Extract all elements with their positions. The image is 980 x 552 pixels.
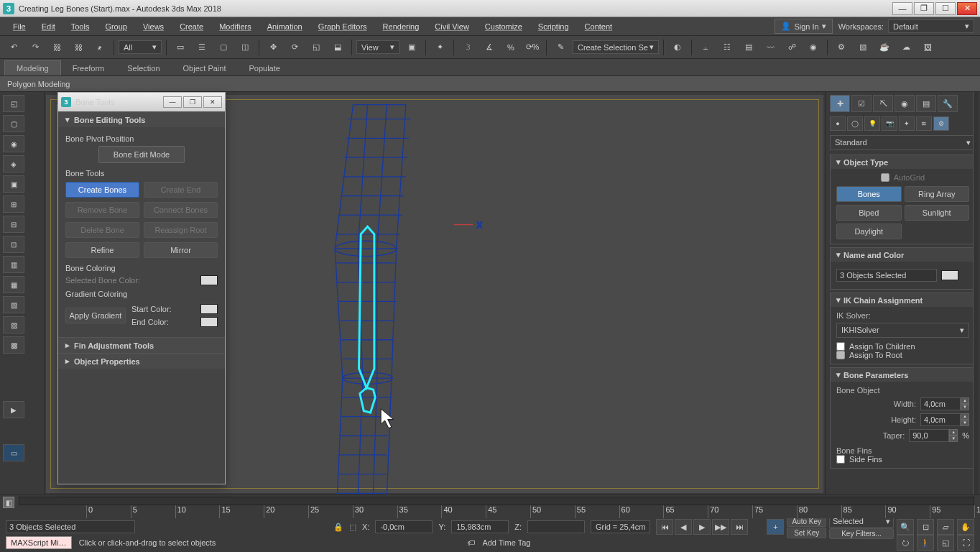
rail-tool-2[interactable]: ▢ bbox=[3, 115, 24, 132]
rail-tool-4[interactable]: ◈ bbox=[3, 155, 24, 172]
menu-views[interactable]: Views bbox=[136, 19, 171, 34]
select-move-button[interactable]: ✥ bbox=[264, 38, 282, 57]
panel-scrollbar[interactable] bbox=[973, 92, 979, 494]
percent-snap-button[interactable]: % bbox=[501, 38, 520, 57]
rail-tool-3[interactable]: ◉ bbox=[3, 135, 24, 152]
cp-sub-helpers[interactable]: ✦ bbox=[899, 116, 915, 131]
object-name-field[interactable] bbox=[836, 269, 937, 282]
cp-sub-cameras[interactable]: 📷 bbox=[882, 116, 897, 131]
cp-tab-utilities[interactable]: 🔧 bbox=[938, 95, 958, 112]
btn-bones[interactable]: Bones bbox=[836, 186, 902, 202]
nav-maximize-button[interactable]: ◱ bbox=[937, 535, 954, 551]
nav-orbit-button[interactable]: ⭮ bbox=[897, 535, 914, 551]
sign-in-button[interactable]: 👤 Sign In ▾ bbox=[775, 19, 832, 34]
render-online-button[interactable]: ☁ bbox=[897, 38, 915, 57]
cp-sub-systems[interactable]: ⚙ bbox=[933, 116, 949, 131]
menu-create[interactable]: Create bbox=[172, 19, 211, 34]
add-time-tag[interactable]: Add Time Tag bbox=[482, 538, 530, 547]
play-button[interactable]: ▶ bbox=[693, 519, 711, 535]
nav-walk-button[interactable]: 🚶 bbox=[917, 535, 934, 551]
set-key-button[interactable]: Set Key bbox=[787, 528, 826, 538]
menu-modifiers[interactable]: Modifiers bbox=[212, 19, 259, 34]
angle-snap-button[interactable]: ∡ bbox=[480, 38, 499, 57]
bind-button[interactable]: ҂ bbox=[91, 38, 109, 57]
cp-tab-create[interactable]: ✚ bbox=[830, 95, 850, 112]
rail-tool-13[interactable]: ▩ bbox=[3, 336, 24, 354]
btn-biped[interactable]: Biped bbox=[836, 205, 902, 221]
schematic-view-button[interactable]: ☍ bbox=[782, 38, 801, 57]
redo-button[interactable]: ↷ bbox=[26, 38, 45, 57]
reassign-root-button[interactable]: Reassign Root bbox=[144, 222, 218, 238]
goto-end-button[interactable]: ⏭ bbox=[731, 519, 748, 535]
ribbon-tab-freeform[interactable]: Freeform bbox=[61, 61, 116, 75]
cp-sub-geometry[interactable]: ● bbox=[830, 116, 846, 131]
assign-children-checkbox[interactable] bbox=[836, 342, 845, 351]
rail-tool-10[interactable]: ▦ bbox=[3, 276, 24, 293]
cp-tab-display[interactable]: ▤ bbox=[916, 95, 936, 112]
restore-button[interactable]: ❐ bbox=[914, 2, 934, 15]
dialog-maximize[interactable]: ❐ bbox=[183, 96, 202, 108]
rail-tool-6[interactable]: ⊞ bbox=[3, 196, 24, 213]
time-tag-icon[interactable]: 🏷 bbox=[467, 538, 475, 547]
side-fins-checkbox[interactable] bbox=[836, 455, 845, 464]
render-gallery-button[interactable]: 🖼 bbox=[918, 38, 937, 57]
rollout-head-object-type[interactable]: ▾Object Type bbox=[831, 155, 975, 169]
create-end-button[interactable]: Create End bbox=[144, 182, 218, 198]
x-field[interactable] bbox=[375, 520, 433, 533]
remove-bone-button[interactable]: Remove Bone bbox=[65, 202, 139, 218]
menu-group[interactable]: Group bbox=[98, 19, 134, 34]
connect-bones-button[interactable]: Connect Bones bbox=[144, 202, 218, 218]
select-name-button[interactable]: ☰ bbox=[193, 38, 211, 57]
select-object-button[interactable]: ▭ bbox=[171, 38, 190, 57]
sel-bone-color-swatch[interactable] bbox=[200, 275, 218, 285]
ribbon-tab-modeling[interactable]: Modeling bbox=[4, 60, 61, 75]
object-color-swatch[interactable] bbox=[941, 270, 958, 280]
render-button[interactable]: ☕ bbox=[875, 38, 894, 57]
link-button[interactable]: ⛓ bbox=[47, 38, 66, 57]
menu-scripting[interactable]: Scripting bbox=[531, 19, 576, 34]
curve-editor-button[interactable]: 〰 bbox=[761, 38, 780, 57]
named-selection-set[interactable]: Create Selection Se▾ bbox=[573, 40, 659, 54]
next-frame-button[interactable]: ▶▶ bbox=[712, 519, 729, 535]
cp-sub-shapes[interactable]: ◯ bbox=[847, 116, 863, 131]
apply-gradient-button[interactable]: Apply Gradient bbox=[65, 308, 126, 323]
rail-tool-12[interactable]: ▨ bbox=[3, 316, 24, 334]
taper-spinner[interactable]: ▲▼ bbox=[909, 429, 958, 442]
spinner-snap-button[interactable]: ⟳% bbox=[523, 38, 542, 57]
render-setup-button[interactable]: ⚙ bbox=[832, 38, 851, 57]
menu-file[interactable]: File bbox=[6, 19, 33, 34]
ik-solver-select[interactable]: IKHISolver▾ bbox=[836, 323, 969, 338]
rail-tool-5[interactable]: ▣ bbox=[3, 175, 24, 193]
cp-category-select[interactable]: Standard▾ bbox=[830, 135, 976, 150]
rail-tool-7[interactable]: ⊟ bbox=[3, 216, 24, 233]
material-editor-button[interactable]: ◉ bbox=[804, 38, 823, 57]
menu-graph-editors[interactable]: Graph Editors bbox=[311, 19, 374, 34]
menu-rendering[interactable]: Rendering bbox=[376, 19, 427, 34]
rollout-head-ik[interactable]: ▾IK Chain Assignment bbox=[831, 293, 975, 307]
delete-bone-button[interactable]: Delete Bone bbox=[65, 222, 139, 238]
lock-icon[interactable]: 🔒 bbox=[333, 523, 343, 532]
close-button[interactable]: ✕ bbox=[957, 2, 977, 15]
prev-frame-button[interactable]: ◀ bbox=[675, 519, 692, 535]
cp-tab-modify[interactable]: ☑ bbox=[851, 95, 872, 112]
rail-tool-11[interactable]: ▧ bbox=[3, 296, 24, 313]
render-frame-button[interactable]: ▧ bbox=[854, 38, 872, 57]
time-slider[interactable] bbox=[19, 497, 974, 505]
mirror-button[interactable]: ◐ bbox=[668, 38, 687, 57]
z-field[interactable] bbox=[527, 520, 585, 533]
select-region-rect[interactable]: ▢ bbox=[214, 38, 233, 57]
xyz-icon[interactable]: ⬚ bbox=[349, 523, 356, 532]
btn-sunlight[interactable]: Sunlight bbox=[905, 205, 970, 221]
ribbon-tab-object-paint[interactable]: Object Paint bbox=[172, 61, 238, 75]
rollout-head-fin[interactable]: ▸Fin Adjustment Tools bbox=[58, 337, 225, 353]
workspace-select[interactable]: Default▾ bbox=[888, 19, 974, 33]
btn-ring-array[interactable]: Ring Array bbox=[905, 186, 970, 202]
dialog-titlebar[interactable]: 3 Bone Tools — ❐ ✕ bbox=[58, 93, 225, 111]
ribbon-tab-selection[interactable]: Selection bbox=[116, 61, 171, 75]
rail-tool-expand[interactable]: ▶ bbox=[3, 401, 24, 418]
time-ruler[interactable]: 0510152025303540455055606570758085909510… bbox=[86, 505, 974, 518]
align-button[interactable]: ⫠ bbox=[696, 38, 715, 57]
nav-pan-button[interactable]: ✋ bbox=[957, 519, 974, 535]
rollout-head-obj-props[interactable]: ▸Object Properties bbox=[58, 353, 225, 369]
select-rotate-button[interactable]: ⟳ bbox=[285, 38, 304, 57]
